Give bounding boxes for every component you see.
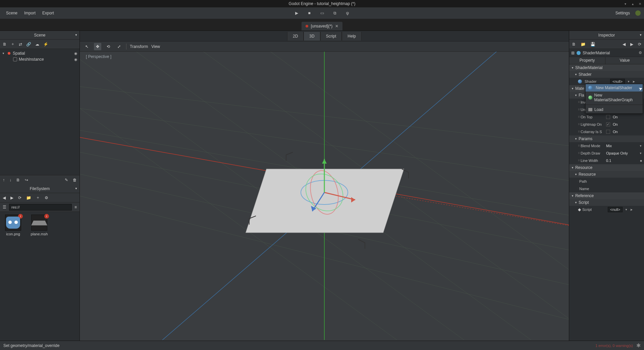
inspector-panel-header[interactable]: Inspector ▼ xyxy=(569,31,644,40)
tab-2d[interactable]: 2D xyxy=(287,32,304,41)
sect-shadermaterial[interactable]: ▼ShaderMaterial xyxy=(569,64,644,71)
scene-panel-header[interactable]: Scene ▼ xyxy=(0,31,79,40)
file-icon-png[interactable]: i icon.png xyxy=(3,215,23,236)
viewport-canvas xyxy=(80,52,569,340)
settings-button[interactable]: Settings xyxy=(613,9,633,17)
duplicate-icon[interactable]: 🗎 xyxy=(16,178,20,182)
inspected-object[interactable]: ⊞ ShaderMaterial ⚙ xyxy=(569,49,644,57)
prop-depth-draw[interactable]: ⠿Depth DrawOpaque Only▼ xyxy=(569,150,644,157)
sect-reference[interactable]: ▼Reference xyxy=(569,192,644,199)
stop-icon[interactable]: ■ xyxy=(306,10,313,16)
tree-root[interactable]: ▼ Spatial ◉ xyxy=(2,50,77,56)
dropdown-icon[interactable]: ▼ xyxy=(625,208,628,211)
tab-script[interactable]: Script xyxy=(320,32,342,41)
menu-export[interactable]: Export xyxy=(39,9,57,17)
nav-refresh-icon[interactable]: ⟳ xyxy=(18,195,21,200)
minimize-icon[interactable]: ▾ xyxy=(623,2,627,6)
add-node-icon[interactable]: ＋ xyxy=(11,41,15,47)
col-property: Property xyxy=(569,57,605,64)
signals-icon[interactable]: ⚡ xyxy=(43,42,48,47)
menu-import[interactable]: Import xyxy=(21,9,39,17)
3d-viewport[interactable]: [ Perspective ] xyxy=(80,52,569,341)
link-icon[interactable]: 🔗 xyxy=(26,42,31,47)
popup-new-materialshadergraph[interactable]: New MaterialShaderGraph xyxy=(586,92,643,104)
dropdown-icon[interactable]: ▼ xyxy=(627,80,630,83)
goto-icon[interactable]: ➤ xyxy=(632,80,635,83)
list-view-icon[interactable]: ≡ xyxy=(74,205,77,210)
sect-params[interactable]: ▼Params xyxy=(569,135,644,142)
new-folder-icon[interactable]: ＋ xyxy=(36,195,40,200)
folder-icon xyxy=(588,108,592,111)
wrench-icon[interactable]: ⚙ xyxy=(639,51,642,55)
sect-resource[interactable]: ▼Resource xyxy=(569,164,644,171)
sect-resource-inner[interactable]: ▼Resource xyxy=(569,171,644,178)
menu-scene[interactable]: Scene xyxy=(3,9,21,17)
scale-tool-icon[interactable]: ⤢ xyxy=(115,43,123,50)
tab-label: [unsaved](*) xyxy=(311,24,333,28)
visibility-icon[interactable]: ◉ xyxy=(74,51,77,56)
play-icon[interactable]: ▶ xyxy=(293,10,300,16)
scene-tree: ▼ Spatial ◉ MeshInstance ◉ xyxy=(0,49,79,175)
visibility-icon[interactable]: ◉ xyxy=(74,57,77,62)
popup-load[interactable]: Load xyxy=(586,106,643,113)
tab-3d[interactable]: 3D xyxy=(304,32,320,41)
transform-menu[interactable]: Transform xyxy=(130,44,148,49)
prop-line-width[interactable]: ⠿Line Width0.1◆ xyxy=(569,157,644,164)
select-tool-icon[interactable]: ↖ xyxy=(83,43,91,50)
sect-script[interactable]: ▼Script xyxy=(569,199,644,206)
shader-dropdown-popup: New MaterialShader New MaterialShaderGra… xyxy=(585,84,643,114)
filesystem-files: i icon.png i plane.msh xyxy=(0,212,79,341)
folder-icon[interactable]: 📁 xyxy=(26,195,31,200)
scene-bottom-strip: ↑ ↓ 🗎 ↪ ✎ 🗑 xyxy=(0,175,79,184)
instance-icon[interactable]: ⇄ xyxy=(19,42,22,47)
prop-colarray[interactable]: ⠿Colarray Is SOn xyxy=(569,128,644,135)
error-count[interactable]: 1 error(s), 0 warning(s) xyxy=(595,344,633,348)
close-icon[interactable]: ✕ xyxy=(638,2,642,6)
prop-blend-mode[interactable]: ⠿Blend ModeMix▼ xyxy=(569,142,644,150)
move-up-icon[interactable]: ↑ xyxy=(3,178,5,182)
tree-child[interactable]: MeshInstance ◉ xyxy=(2,56,77,62)
rotate-tool-icon[interactable]: ⟲ xyxy=(105,43,112,50)
file-plane-msh[interactable]: i plane.msh xyxy=(29,215,50,236)
prop-lightmap-on[interactable]: ⠿Lightmap On✓On xyxy=(569,121,644,128)
nav-back-icon[interactable]: ◀ xyxy=(3,195,6,200)
broadcast-icon[interactable]: ψ xyxy=(344,10,351,16)
sect-shader[interactable]: ▼Shader xyxy=(569,71,644,78)
tree-child-label: MeshInstance xyxy=(19,57,44,62)
popup-new-materialshader[interactable]: New MaterialShader xyxy=(586,84,643,92)
save-resource-icon[interactable]: 💾 xyxy=(590,42,595,47)
play-scene-icon[interactable]: ▭ xyxy=(319,10,325,16)
gear-icon[interactable] xyxy=(635,10,641,16)
tab-close-icon[interactable]: ✕ xyxy=(335,24,338,28)
maximize-icon[interactable]: ▴ xyxy=(631,2,635,6)
reparent-icon[interactable]: ↪ xyxy=(25,178,28,182)
tab-help[interactable]: Help xyxy=(342,32,362,41)
history-back-icon[interactable]: ◀ xyxy=(623,42,626,47)
group-icon[interactable]: ☁ xyxy=(35,42,39,47)
scene-toolstrip: 🗎 ＋ ⇄ 🔗 ☁ ⚡ xyxy=(0,40,79,49)
delete-icon[interactable]: 🗑 xyxy=(73,178,77,182)
nav-forward-icon[interactable]: ▶ xyxy=(10,195,13,200)
scene-tab-unsaved[interactable]: [unsaved](*) ✕ xyxy=(302,22,343,31)
move-down-icon[interactable]: ↓ xyxy=(9,178,11,182)
prop-script[interactable]: ◆ Script <null> ▼ ➤ xyxy=(569,206,644,213)
prop-path[interactable]: ⦙Path xyxy=(569,178,644,185)
prop-on-top[interactable]: ⠿On TopOn xyxy=(569,113,644,121)
tree-view-icon[interactable]: ☰ xyxy=(3,205,6,210)
expand-icon[interactable]: ▼ xyxy=(2,52,5,55)
history-icon[interactable]: ⟳ xyxy=(638,42,641,47)
open-resource-icon[interactable]: 📁 xyxy=(581,42,586,47)
edit-icon[interactable]: ✎ xyxy=(65,178,68,182)
play-custom-icon[interactable]: ⧉ xyxy=(331,10,338,16)
prop-name[interactable]: ⦙Name xyxy=(569,185,644,192)
new-node-icon[interactable]: 🗎 xyxy=(3,42,7,47)
history-forward-icon[interactable]: ▶ xyxy=(630,42,633,47)
fs-settings-icon[interactable]: ⚙ xyxy=(45,195,48,200)
new-resource-icon[interactable]: 🗎 xyxy=(572,42,576,47)
window-controls: ▾ ▴ ✕ xyxy=(623,2,642,6)
view-menu[interactable]: View xyxy=(151,44,160,49)
goto-icon[interactable]: ➤ xyxy=(630,208,633,212)
path-input[interactable] xyxy=(9,204,72,211)
move-tool-icon[interactable]: ✥ xyxy=(94,43,101,50)
filesystem-panel-header[interactable]: FileSystem ▼ xyxy=(0,184,79,193)
